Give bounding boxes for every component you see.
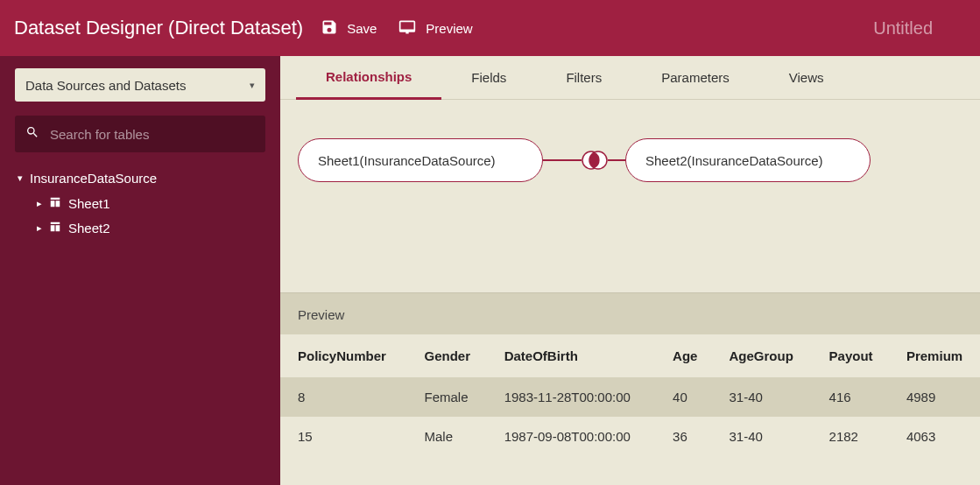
chevron-down-icon: ▾: [250, 80, 255, 91]
table-cell: 36: [655, 417, 711, 456]
preview-panel: Preview PolicyNumberGenderDateOfBirthAge…: [280, 292, 980, 485]
column-header[interactable]: Payout: [812, 334, 889, 377]
column-header[interactable]: Premium: [889, 334, 980, 377]
column-header[interactable]: Gender: [407, 334, 487, 377]
relationship-source-label: Sheet1(InsuranceDataSource): [318, 153, 496, 168]
tab-fields[interactable]: Fields: [441, 56, 536, 100]
table-cell: 31-40: [711, 417, 811, 456]
table-cell: 1983-11-28T00:00:00: [487, 377, 655, 417]
save-button[interactable]: Save: [321, 18, 377, 39]
column-header[interactable]: DateOfBirth: [487, 334, 655, 377]
column-header[interactable]: PolicyNumber: [280, 334, 407, 377]
relationship-connector-line: [608, 159, 625, 161]
tab-parameters[interactable]: Parameters: [631, 56, 759, 100]
preview-title: Preview: [280, 293, 980, 334]
save-label: Save: [347, 21, 377, 36]
preview-label: Preview: [426, 21, 472, 36]
monitor-icon: [398, 18, 417, 39]
relationship-connector-line: [543, 159, 582, 161]
table-icon: [49, 221, 61, 235]
tree-node-table[interactable]: ▸Sheet1: [37, 191, 277, 215]
table-cell: 4989: [889, 377, 980, 417]
main-area: RelationshipsFieldsFiltersParametersView…: [280, 56, 980, 485]
search-box[interactable]: [15, 116, 265, 152]
search-icon: [25, 125, 39, 143]
column-header[interactable]: AgeGroup: [711, 334, 811, 377]
preview-table: PolicyNumberGenderDateOfBirthAgeAgeGroup…: [280, 334, 980, 456]
preview-button[interactable]: Preview: [398, 18, 472, 39]
table-row[interactable]: 15Male1987-09-08T00:00:003631-4021824063: [280, 417, 980, 456]
table-cell: 40: [655, 377, 711, 417]
tree-node-table[interactable]: ▸Sheet2: [37, 215, 277, 240]
datasource-selector-label: Data Sources and Datasets: [25, 78, 186, 93]
app-title: Dataset Designer (Direct Dataset): [11, 17, 303, 39]
table-cell: 4063: [889, 417, 980, 456]
datasource-name: InsuranceDataSource: [30, 171, 157, 186]
join-icon[interactable]: [582, 147, 608, 173]
chevron-right-icon: ▸: [37, 222, 42, 234]
relationship-target-box[interactable]: Sheet2(InsuranceDataSource): [625, 138, 871, 182]
tabs: RelationshipsFieldsFiltersParametersView…: [280, 56, 980, 100]
table-icon: [49, 196, 61, 211]
relationship-canvas[interactable]: Sheet1(InsuranceDataSource) Sheet2(Insur…: [280, 100, 980, 292]
save-icon: [321, 18, 338, 39]
chevron-right-icon: ▸: [37, 198, 42, 209]
table-cell: Male: [407, 417, 487, 456]
tree-node-datasource[interactable]: ▾ InsuranceDataSource: [18, 165, 277, 191]
table-cell: 416: [812, 377, 889, 417]
table-cell: 2182: [812, 417, 889, 456]
table-name: Sheet2: [68, 221, 110, 235]
column-header[interactable]: Age: [655, 334, 711, 377]
relationship-source-box[interactable]: Sheet1(InsuranceDataSource): [298, 138, 543, 182]
table-cell: 31-40: [711, 377, 811, 417]
table-cell: 15: [280, 417, 407, 456]
document-title: Untitled: [873, 18, 969, 39]
sidebar: Data Sources and Datasets ▾ ▾ InsuranceD…: [0, 56, 280, 485]
tab-views[interactable]: Views: [759, 56, 854, 100]
tab-relationships[interactable]: Relationships: [296, 56, 441, 100]
datasource-selector[interactable]: Data Sources and Datasets ▾: [15, 68, 265, 102]
table-row[interactable]: 8Female1983-11-28T00:00:004031-404164989: [280, 377, 980, 417]
app-header: Dataset Designer (Direct Dataset) Save P…: [0, 0, 980, 56]
table-name: Sheet1: [68, 196, 110, 211]
search-input[interactable]: [50, 127, 255, 142]
table-cell: 1987-09-08T00:00:00: [487, 417, 655, 456]
table-cell: 8: [280, 377, 407, 417]
chevron-down-icon: ▾: [18, 172, 23, 184]
tab-filters[interactable]: Filters: [536, 56, 631, 100]
table-cell: Female: [407, 377, 487, 417]
datasource-tree: ▾ InsuranceDataSource ▸Sheet1▸Sheet2: [0, 165, 280, 240]
relationship-target-label: Sheet2(InsuranceDataSource): [645, 153, 823, 168]
